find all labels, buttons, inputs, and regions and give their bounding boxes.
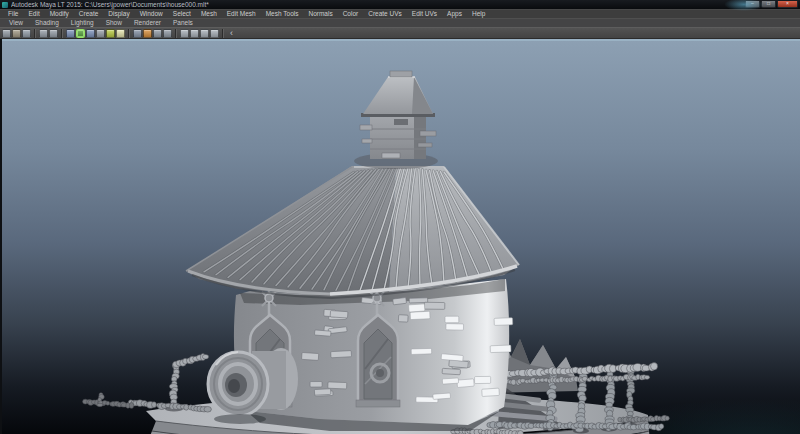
menu-create-uvs[interactable]: Create UVs [363, 10, 407, 18]
panel-menu-renderer[interactable]: Renderer [128, 19, 167, 27]
menu-mesh-tools[interactable]: Mesh Tools [261, 10, 304, 18]
new-scene-icon[interactable] [2, 29, 11, 38]
status-line-toolbar: ‹ [0, 27, 800, 39]
pinch-tool-icon[interactable] [210, 29, 219, 38]
panel-menu-show[interactable]: Show [100, 19, 128, 27]
panel-menu-panels[interactable]: Panels [167, 19, 199, 27]
grab-tool-icon[interactable] [200, 29, 209, 38]
scene-3d [0, 39, 800, 434]
panel-menu-bar: ViewShadingLightingShowRendererPanels [0, 18, 800, 27]
snap-to-points-icon[interactable] [86, 29, 95, 38]
window-controls: – □ × [745, 1, 798, 8]
maya-logo-icon [2, 2, 8, 8]
menu-create[interactable]: Create [74, 10, 104, 18]
lighting-toggle-icon[interactable] [163, 29, 172, 38]
sculpt-tool-icon[interactable] [180, 29, 189, 38]
redo-icon[interactable] [49, 29, 58, 38]
menu-edit[interactable]: Edit [23, 10, 44, 18]
active-view-border [0, 39, 800, 41]
snap-to-view-planes-icon[interactable] [96, 29, 105, 38]
menu-apps[interactable]: Apps [442, 10, 467, 18]
menu-help[interactable]: Help [467, 10, 490, 18]
snap-to-grids-icon[interactable] [66, 29, 75, 38]
viewport-left-edge [0, 39, 2, 434]
menu-window[interactable]: Window [135, 10, 168, 18]
menu-edit-uvs[interactable]: Edit UVs [407, 10, 442, 18]
menu-file[interactable]: File [3, 10, 23, 18]
make-live-icon[interactable] [106, 29, 115, 38]
viewport-perspective[interactable] [0, 39, 800, 434]
menu-modify[interactable]: Modify [45, 10, 74, 18]
menu-color[interactable]: Color [338, 10, 364, 18]
window-title: Autodesk Maya LT 2015: C:\Users\jpower\D… [11, 0, 209, 9]
restore-button[interactable]: □ [761, 1, 776, 8]
construction-history-icon[interactable] [133, 29, 142, 38]
snap-to-curves-icon[interactable] [76, 29, 85, 38]
menu-select[interactable]: Select [168, 10, 196, 18]
smooth-tool-icon[interactable] [190, 29, 199, 38]
highlight-selection-icon[interactable] [116, 29, 125, 38]
menu-edit-mesh[interactable]: Edit Mesh [222, 10, 261, 18]
menu-bar: FileEditModifyCreateDisplayWindowSelectM… [0, 9, 800, 18]
title-bar: Autodesk Maya LT 2015: C:\Users\jpower\D… [0, 0, 800, 9]
close-button[interactable]: × [777, 1, 798, 8]
collapse-toolbar-icon[interactable]: ‹ [230, 29, 233, 38]
save-scene-icon[interactable] [22, 29, 31, 38]
panel-menu-shading[interactable]: Shading [29, 19, 65, 27]
panel-menu-lighting[interactable]: Lighting [65, 19, 100, 27]
menu-display[interactable]: Display [103, 10, 134, 18]
render-settings-icon[interactable] [143, 29, 152, 38]
menu-mesh[interactable]: Mesh [196, 10, 222, 18]
panel-menu-view[interactable]: View [3, 19, 29, 27]
menu-normals[interactable]: Normals [303, 10, 337, 18]
open-scene-icon[interactable] [12, 29, 21, 38]
undo-icon[interactable] [39, 29, 48, 38]
texture-view-icon[interactable] [153, 29, 162, 38]
minimize-button[interactable]: – [745, 1, 760, 8]
